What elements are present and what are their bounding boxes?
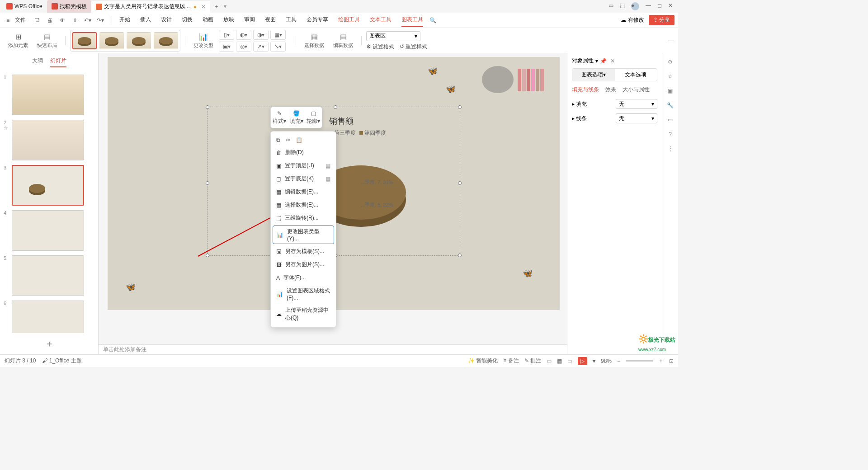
cm-save-image[interactable]: 🖼另存为图片(S)... xyxy=(271,258,336,271)
view-normal-icon[interactable]: ▭ xyxy=(547,358,552,364)
cloud-modified[interactable]: ☁ 有修改 xyxy=(621,16,644,24)
collapse-ribbon-icon[interactable]: — xyxy=(668,38,674,44)
chart-opt-icon[interactable]: ◑▾ xyxy=(253,30,269,40)
cube-icon[interactable]: ⬚ xyxy=(620,2,625,10)
style-thumb[interactable] xyxy=(127,32,151,49)
menu-tools[interactable]: 工具 xyxy=(286,13,297,27)
notes-button[interactable]: ≡ 备注 xyxy=(503,357,519,365)
hamburger-icon[interactable]: ≡ xyxy=(4,17,12,24)
mini-fill-button[interactable]: 🪣填充▾ xyxy=(288,107,305,128)
new-tab-button[interactable]: ＋ xyxy=(210,3,223,10)
theme-button[interactable]: 🖌 1_Office 主题 xyxy=(42,357,81,365)
cm-edit-data[interactable]: ▦编辑数据(E)... xyxy=(271,185,336,198)
cm-save-template[interactable]: 🖫另存为模板(S)... xyxy=(271,245,336,258)
panel-icon[interactable]: ▭ xyxy=(609,2,613,10)
chart-options-tab[interactable]: 图表选项▾ xyxy=(572,69,615,81)
cm-font[interactable]: A字体(F)... xyxy=(271,271,336,284)
style-thumb[interactable] xyxy=(154,32,178,49)
paste-icon[interactable]: 📋 xyxy=(296,137,302,143)
menu-charttools[interactable]: 图表工具 xyxy=(401,13,423,27)
chart-opt-icon[interactable]: ↗▾ xyxy=(253,42,269,52)
reset-style-button[interactable]: ↺ 重置样式 xyxy=(400,43,427,51)
copy-icon[interactable]: ⧉ xyxy=(276,137,280,143)
cm-delete[interactable]: 🗑删除(D) xyxy=(271,146,336,159)
layers-icon[interactable]: ▣ xyxy=(668,88,673,94)
slide-thumb-2[interactable] xyxy=(12,120,84,160)
chart-opt-icon[interactable]: ▦▾ xyxy=(270,30,286,40)
slide-thumb-1[interactable] xyxy=(12,75,84,115)
share-button[interactable]: ⇪ 分享 xyxy=(649,15,675,25)
undo-icon[interactable]: ↶▾ xyxy=(84,16,92,24)
menu-animation[interactable]: 动画 xyxy=(203,13,213,27)
adjust-icon[interactable]: ⚙ xyxy=(668,59,673,65)
fill-select[interactable]: 无▾ xyxy=(616,99,657,109)
fit-icon[interactable]: ⊡ xyxy=(669,358,674,364)
mini-style-button[interactable]: ✎样式▾ xyxy=(271,107,288,128)
add-element-button[interactable]: ⊞添加元素 xyxy=(5,30,32,52)
print-preview-icon[interactable]: 👁 xyxy=(58,16,66,24)
chart-opt-icon[interactable]: ◐▾ xyxy=(236,30,251,40)
menu-texttools[interactable]: 文本工具 xyxy=(370,13,392,27)
edit-data-button[interactable]: ▤编辑数据 xyxy=(330,30,357,52)
menu-slideshow[interactable]: 放映 xyxy=(223,13,234,27)
text-options-tab[interactable]: 文本选项 xyxy=(615,69,657,81)
cm-change-chart-type[interactable]: 📊更改图表类型(Y)... xyxy=(273,226,334,244)
tool-icon[interactable]: 🔧 xyxy=(667,102,674,108)
slide-thumb-3[interactable] xyxy=(12,165,84,206)
export-icon[interactable]: ⇪ xyxy=(71,16,79,24)
minimize-icon[interactable]: — xyxy=(646,2,651,10)
chart-opt-icon[interactable]: ▣▾ xyxy=(219,42,234,52)
cm-select-data[interactable]: ▦选择数据(E)... xyxy=(271,198,336,212)
outline-tab[interactable]: 大纲 xyxy=(32,57,43,67)
menu-insert[interactable]: 插入 xyxy=(140,13,151,27)
comments-button[interactable]: ✎ 批注 xyxy=(524,357,541,365)
search-icon[interactable]: 🔍 xyxy=(429,17,436,24)
app-tab[interactable]: WPS Office xyxy=(2,0,47,13)
document-tab[interactable]: 文字是人类用符号记录表达信息以...●✕ xyxy=(91,0,210,13)
more-icon[interactable]: ⋮ xyxy=(668,146,673,152)
slide-canvas-area[interactable]: 🦋 🦋 🦋 🦋 销售额 第三季度第四季度 xyxy=(99,53,567,354)
cm-format-area[interactable]: 📊设置图表区域格式(F)... xyxy=(271,284,336,304)
template-tab[interactable]: 找稻壳模板 xyxy=(47,0,91,13)
close-tab-icon[interactable]: ✕ xyxy=(201,4,206,10)
menu-start[interactable]: 开始 xyxy=(119,13,130,27)
media-icon[interactable]: ▭ xyxy=(668,117,673,123)
help-icon[interactable]: ? xyxy=(669,131,672,137)
menu-member[interactable]: 会员专享 xyxy=(307,13,328,27)
cm-bring-front[interactable]: ▣置于顶层(U)▤ xyxy=(271,159,336,172)
close-window-icon[interactable]: ✕ xyxy=(668,2,673,10)
view-slideshow-icon[interactable]: ▷ xyxy=(578,357,587,365)
quick-layout-button[interactable]: ▤快速布局 xyxy=(33,30,61,52)
fill-line-subtab[interactable]: 填充与线条 xyxy=(572,86,599,94)
cm-send-back[interactable]: ▢置于底层(K)▤ xyxy=(271,172,336,185)
view-reading-icon[interactable]: ▭ xyxy=(567,358,572,364)
menu-view[interactable]: 视图 xyxy=(265,13,276,27)
tab-dropdown-icon[interactable]: ▾ xyxy=(224,3,226,9)
chart-opt-icon[interactable]: ↘▾ xyxy=(270,42,286,52)
chart-opt-icon[interactable]: ◎▾ xyxy=(236,42,251,52)
avatar-icon[interactable]: ● xyxy=(631,2,639,10)
size-subtab[interactable]: 大小与属性 xyxy=(623,86,650,94)
cut-icon[interactable]: ✂ xyxy=(286,137,290,143)
view-sorter-icon[interactable]: ▦ xyxy=(557,358,562,364)
cm-rotate-3d[interactable]: ⬚三维旋转(R)... xyxy=(271,212,336,225)
file-menu[interactable]: 文件 xyxy=(12,16,28,24)
mini-outline-button[interactable]: ▢轮廓▾ xyxy=(305,107,322,128)
menu-review[interactable]: 审阅 xyxy=(244,13,255,27)
star-icon[interactable]: ☆ xyxy=(668,73,673,80)
add-slide-button[interactable]: ＋ xyxy=(0,333,98,354)
chart-element-selector[interactable]: 图表区▾ xyxy=(366,31,420,41)
change-type-button[interactable]: 📊更改类型 xyxy=(190,30,217,52)
close-panel-icon[interactable]: ✕ xyxy=(610,58,615,64)
chart-opt-icon[interactable]: ▯▾ xyxy=(219,30,234,40)
redo-icon[interactable]: ↷▾ xyxy=(96,16,104,24)
zoom-slider[interactable] xyxy=(626,360,653,362)
cm-upload[interactable]: ☁上传至稻壳资源中心(Q) xyxy=(271,304,336,324)
line-select[interactable]: 无▾ xyxy=(616,113,657,123)
notes-placeholder[interactable]: 单击此处添加备注 xyxy=(99,344,567,354)
effect-subtab[interactable]: 效果 xyxy=(605,86,616,94)
style-thumb[interactable] xyxy=(99,32,124,49)
menu-drawtools[interactable]: 绘图工具 xyxy=(338,13,360,27)
zoom-out-icon[interactable]: − xyxy=(617,358,620,364)
save-icon[interactable]: 🖫 xyxy=(33,16,41,24)
